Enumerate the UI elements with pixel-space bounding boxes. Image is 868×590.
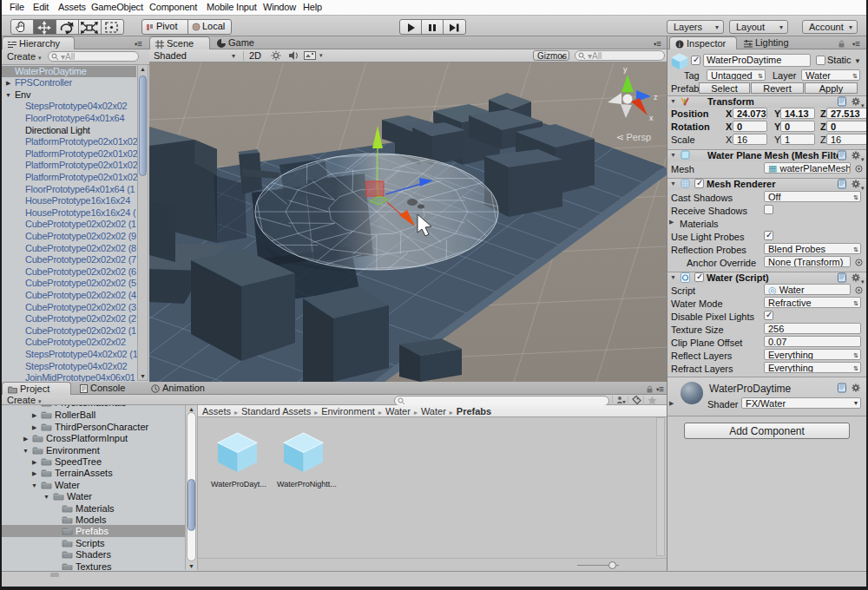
svg-text:z: z — [654, 93, 658, 102]
svg-text:y: y — [623, 65, 628, 74]
svg-text:⋖ Persp: ⋖ Persp — [616, 132, 651, 142]
svg-text:i: i — [679, 41, 681, 49]
svg-text:x: x — [649, 114, 654, 122]
